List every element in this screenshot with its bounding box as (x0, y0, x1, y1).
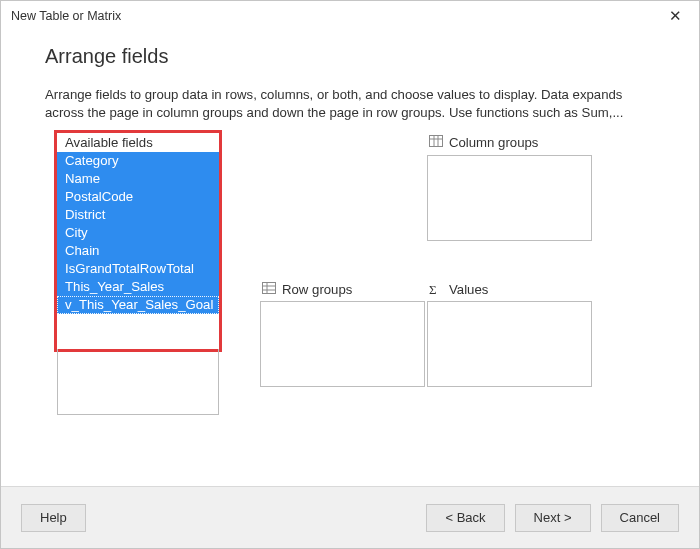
field-item[interactable]: This_Year_Sales (57, 278, 219, 296)
dialog-footer: Help < Back Next > Cancel (1, 486, 699, 548)
column-groups-dropzone[interactable] (427, 155, 592, 241)
available-fields-panel: Available fields Category Name PostalCod… (57, 133, 219, 349)
title-bar: New Table or Matrix ✕ (1, 1, 699, 31)
back-button[interactable]: < Back (426, 504, 504, 532)
values-icon: Σ (429, 282, 437, 298)
dialog-content: Arrange fields Arrange fields to group d… (1, 31, 699, 433)
cancel-button[interactable]: Cancel (601, 504, 679, 532)
field-item[interactable]: Chain (57, 242, 219, 260)
svg-rect-0 (430, 135, 443, 146)
field-item[interactable]: Category (57, 152, 219, 170)
column-groups-icon (429, 135, 443, 147)
column-groups-label: Column groups (449, 135, 538, 150)
available-fields-list[interactable]: Category Name PostalCode District City C… (57, 152, 219, 314)
field-item[interactable]: Name (57, 170, 219, 188)
next-button[interactable]: Next > (515, 504, 591, 532)
svg-rect-4 (263, 282, 276, 293)
page-heading: Arrange fields (45, 45, 655, 68)
help-button[interactable]: Help (21, 504, 86, 532)
field-item[interactable]: PostalCode (57, 188, 219, 206)
row-groups-label: Row groups (282, 282, 352, 297)
close-button[interactable]: ✕ (661, 2, 689, 30)
field-item[interactable]: City (57, 224, 219, 242)
available-fields-list-ext[interactable] (57, 349, 219, 415)
row-groups-dropzone[interactable] (260, 301, 425, 387)
field-arrangement-area: Available fields Category Name PostalCod… (45, 133, 655, 433)
field-item[interactable]: IsGrandTotalRowTotal (57, 260, 219, 278)
page-description: Arrange fields to group data in rows, co… (45, 86, 655, 123)
values-label: Values (449, 282, 488, 297)
row-groups-icon (262, 282, 276, 294)
values-dropzone[interactable] (427, 301, 592, 387)
sigma-icon: Σ (429, 282, 437, 298)
field-item[interactable]: v_This_Year_Sales_Goal (57, 296, 219, 314)
available-fields-label: Available fields (57, 133, 219, 152)
window-title: New Table or Matrix (11, 9, 121, 23)
field-item[interactable]: District (57, 206, 219, 224)
